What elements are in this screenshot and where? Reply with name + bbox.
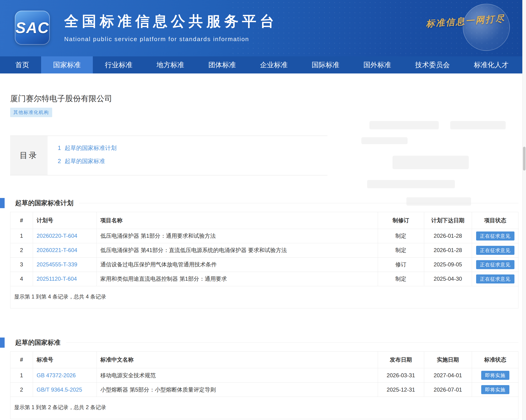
col-header-index: # [10,212,33,229]
project-name-cell: 低压电涌保护器 第41部分：直流低压电源系统的电涌保护器 要求和试验方法 [97,243,378,257]
row-index: 2 [10,383,33,397]
background-artifact [369,121,439,129]
col-header-implement-date: 实施日期 [424,352,472,368]
table-header-row: # 标准号 标准中文名称 发布日期 实施日期 标准状态 [10,352,519,368]
col-header-standard-status: 标准状态 [472,352,519,368]
row-index: 4 [10,272,33,286]
sac-logo[interactable]: SAC [15,11,50,45]
status-badge[interactable]: 即将实施 [481,371,509,380]
org-type-badge: 其他标准化机构 [10,108,52,117]
publish-date-cell: 2026-03-31 [378,368,424,383]
status-cell: 正在征求意见 [472,257,519,272]
implement-date-cell: 2026-07-01 [424,383,472,397]
standard-no-cell: GB/T 9364.5-2025 [33,383,97,397]
table-of-contents: 目录 1起草的国家标准计划 2起草的国家标准 [10,136,327,175]
col-header-status: 项目状态 [472,212,519,229]
plan-no-cell: 20260221-T-604 [33,243,97,257]
project-name-cell: 家用和类似用途直流电器控制器 第1部分：通用要求 [97,272,378,286]
col-header-plan-no: 计划号 [33,212,97,229]
issue-date-cell: 2026-01-28 [424,229,472,243]
plan-section-heading: 起草的国家标准计划 [0,198,518,208]
nav-item-international-standards[interactable]: 国际标准 [300,56,351,73]
nav-item-national-standards[interactable]: 国家标准 [41,56,93,73]
section-rule [66,342,518,343]
toc-link-standard[interactable]: 2起草的国家标准 [58,157,117,165]
globe-graphic [463,4,510,51]
table-row: 1 GB 47372-2026 移动电源安全技术规范 2026-03-31 20… [10,368,519,383]
status-cell: 正在征求意见 [472,243,519,257]
plan-number-link[interactable]: 20254555-T-339 [37,261,77,267]
table-row: 1 20260220-T-604 低压电涌保护器 第1部分：通用要求和试验方法 … [10,229,519,243]
table-row: 3 20254555-T-339 通信设备过电压保护用气体放电管通用技术条件 修… [10,257,519,272]
nav-item-enterprise-standards[interactable]: 企业标准 [248,56,300,73]
table-row: 2 GB/T 9364.5-2025 小型熔断器 第5部分：小型熔断体质量评定导… [10,383,519,397]
plan-section-title: 起草的国家标准计划 [15,199,73,207]
toc-item-label: 起草的国家标准 [65,158,105,164]
nav-item-group-standards[interactable]: 团体标准 [196,56,248,73]
row-index: 3 [10,257,33,272]
sac-logo-text: SAC [15,19,49,37]
company-name: 厦门赛尔特电子股份有限公司 [10,93,518,104]
section-marker [0,198,5,208]
col-header-project-name: 项目名称 [97,212,378,229]
page-content: 厦门赛尔特电子股份有限公司 其他标准化机构 目录 1起草的国家标准计划 2起草的… [0,93,526,420]
toc-item-number: 1 [58,145,61,151]
toc-links: 1起草的国家标准计划 2起草的国家标准 [48,136,117,175]
standard-name-cell: 小型熔断器 第5部分：小型熔断体质量评定导则 [97,383,378,397]
site-header: SAC 全国标准信息公共服务平台 National public service… [0,0,526,56]
col-header-standard-name: 标准中文名称 [97,352,378,368]
table-row: 4 20251120-T-604 家用和类似用途直流电器控制器 第1部分：通用要… [10,272,519,286]
col-header-publish-date: 发布日期 [378,352,424,368]
scrollbar[interactable] [522,0,526,420]
plan-table-record-count: 显示第 1 到第 4 条记录，总共 4 条记录 [10,286,518,308]
status-badge[interactable]: 正在征求意见 [476,275,515,284]
plan-table: # 计划号 项目名称 制修订 计划下达日期 项目状态 1 20260220-T-… [10,212,519,286]
standard-table: # 标准号 标准中文名称 发布日期 实施日期 标准状态 1 GB 47372-2… [10,352,519,397]
plan-number-link[interactable]: 20260221-T-604 [37,247,77,253]
plan-number-link[interactable]: 20251120-T-604 [37,276,77,282]
table-header-row: # 计划号 项目名称 制修订 计划下达日期 项目状态 [10,212,519,229]
section-rule [79,203,518,203]
row-index: 1 [10,229,33,243]
revision-type-cell: 修订 [378,257,424,272]
standard-section-title: 起草的国家标准 [15,338,61,347]
toc-item-number: 2 [58,158,61,164]
plan-number-link[interactable]: 20260220-T-604 [37,233,77,239]
main-nav: 首页 国家标准 行业标准 地方标准 团体标准 企业标准 国际标准 国外标准 技术… [0,56,526,73]
nav-item-foreign-standards[interactable]: 国外标准 [351,56,403,73]
standard-number-link[interactable]: GB 47372-2026 [37,372,76,379]
status-badge[interactable]: 正在征求意见 [476,246,515,255]
scrollbar-thumb[interactable] [523,147,526,171]
standard-number-link[interactable]: GB/T 9364.5-2025 [37,387,82,393]
nav-item-industry-standards[interactable]: 行业标准 [93,56,144,73]
nav-item-technical-committees[interactable]: 技术委员会 [403,56,462,73]
revision-type-cell: 制定 [378,229,424,243]
background-artifact [393,156,469,169]
status-cell: 即将实施 [472,368,519,383]
site-subtitle: National public service platform for sta… [64,36,278,43]
standard-no-cell: GB 47372-2026 [33,368,97,383]
toc-link-plan[interactable]: 1起草的国家标准计划 [58,144,117,152]
plan-no-cell: 20251120-T-604 [33,272,97,286]
nav-item-local-standards[interactable]: 地方标准 [144,56,196,73]
status-cell: 正在征求意见 [472,229,519,243]
status-badge[interactable]: 正在征求意见 [476,260,515,269]
issue-date-cell: 2025-09-05 [424,257,472,272]
background-artifact [361,137,407,144]
publish-date-cell: 2025-12-31 [378,383,424,397]
plan-table-container: # 计划号 项目名称 制修订 计划下达日期 项目状态 1 20260220-T-… [10,212,518,308]
col-header-issue-date: 计划下达日期 [424,212,472,229]
row-index: 2 [10,243,33,257]
revision-type-cell: 制定 [378,272,424,286]
nav-item-home[interactable]: 首页 [3,56,41,73]
plan-no-cell: 20254555-T-339 [33,257,97,272]
site-title: 全国标准信息公共服务平台 [64,11,278,31]
nav-item-standardization-talent[interactable]: 标准化人才 [462,56,520,73]
implement-date-cell: 2027-04-01 [424,368,472,383]
status-badge[interactable]: 即将实施 [481,385,509,394]
plan-no-cell: 20260220-T-604 [33,229,97,243]
standard-name-cell: 移动电源安全技术规范 [97,368,378,383]
status-badge[interactable]: 正在征求意见 [476,232,515,240]
toc-title: 目录 [10,136,48,175]
standard-table-container: # 标准号 标准中文名称 发布日期 实施日期 标准状态 1 GB 47372-2… [10,351,518,419]
